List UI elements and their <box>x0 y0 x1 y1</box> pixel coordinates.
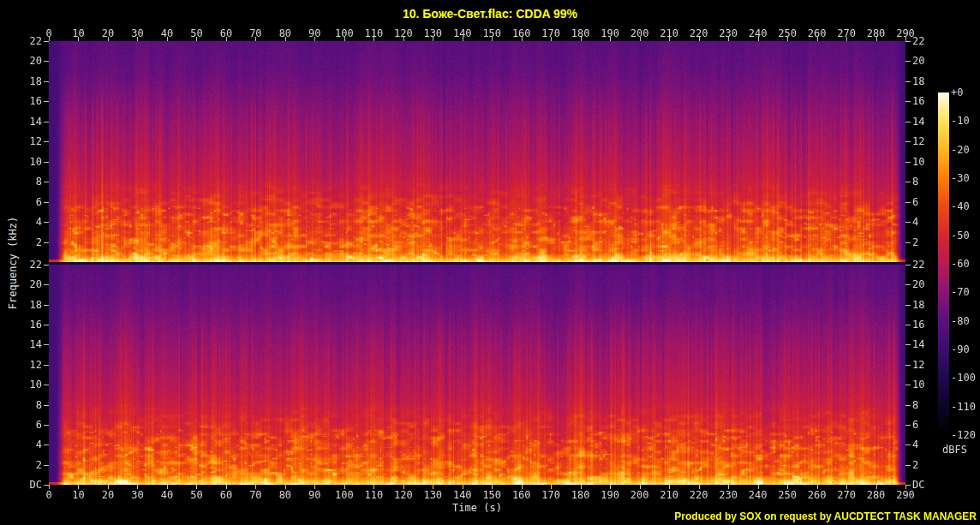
colorbar-tick-label: -10 <box>951 116 970 126</box>
freq-tick-label-right: 4 <box>912 217 918 227</box>
colorbar-tick-label: -100 <box>951 373 976 383</box>
freq-tick-label-right: 22 <box>912 260 924 270</box>
freq-tick-label-right: 20 <box>912 56 924 66</box>
freq-tick-label-right: 12 <box>912 360 924 370</box>
freq-tick-label-right: 6 <box>912 197 918 207</box>
freq-tick-label-left: 2 <box>36 460 42 470</box>
freq-tick-label-left: 4 <box>36 217 42 227</box>
freq-tick-label-left: 12 <box>30 136 42 146</box>
freq-tick-label-left: 20 <box>30 56 42 66</box>
freq-tick-label-right: 8 <box>912 400 918 410</box>
freq-tick-label-left: 4 <box>36 439 42 450</box>
freq-tick-label-right: 18 <box>912 300 924 310</box>
x-tick-label-bottom: 290 <box>888 490 923 500</box>
freq-tick-label-right: DC <box>912 480 924 490</box>
freq-tick-label-left: 6 <box>36 197 42 207</box>
y-axis-label: Frequency (kHz) <box>8 217 19 309</box>
freq-tick-label-right: 16 <box>912 96 924 106</box>
freq-tick-label-left: 8 <box>36 176 42 187</box>
freq-tick-label-left: 14 <box>30 116 42 127</box>
freq-tick-label-right: 10 <box>912 379 924 390</box>
freq-tick-label-right: 2 <box>912 460 918 470</box>
freq-tick-label-right: 14 <box>912 116 924 127</box>
freq-tick-label-left: 6 <box>36 420 42 430</box>
freq-tick-label-left: 16 <box>30 96 42 106</box>
freq-tick-label-right: 6 <box>912 420 918 430</box>
colorbar-tick-label: -40 <box>951 201 970 212</box>
freq-tick-label-right: 4 <box>912 439 918 450</box>
colorbar-tick-label: -30 <box>951 173 970 183</box>
freq-tick-label-right: 14 <box>912 339 924 349</box>
colorbar-tick-label: -20 <box>951 145 970 155</box>
freq-tick-label-right: 20 <box>912 279 924 289</box>
colorbar-unit-label: dBFS <box>942 444 967 456</box>
freq-tick-label-left: 10 <box>30 379 42 390</box>
colorbar-tick-label: -120 <box>951 430 976 440</box>
colorbar-tick-label: -80 <box>951 316 970 326</box>
colorbar-gradient <box>938 92 949 435</box>
freq-tick-label-left: 12 <box>30 360 42 370</box>
freq-tick-label-right: 18 <box>912 76 924 87</box>
freq-tick-label-left: 2 <box>36 237 42 248</box>
colorbar-tick-label: +0 <box>951 87 963 98</box>
freq-tick-label-left: DC <box>30 480 42 490</box>
freq-tick-label-left: 20 <box>30 279 42 289</box>
freq-tick-label-right: 16 <box>912 319 924 330</box>
sox-spectrogram-window: 10. Боже-Свет.flac: CDDA 99% Frequency (… <box>0 0 980 525</box>
freq-tick-label-right: 12 <box>912 136 924 146</box>
spectrogram-channel-1 <box>49 41 905 262</box>
freq-tick-label-right: 22 <box>912 36 924 46</box>
colorbar-tick-label: -110 <box>951 402 976 412</box>
freq-tick-label-left: 16 <box>30 319 42 330</box>
spectrogram-channel-2 <box>49 265 905 485</box>
freq-tick-label-left: 18 <box>30 76 42 87</box>
freq-tick-label-left: 18 <box>30 300 42 310</box>
freq-tick-label-right: 2 <box>912 237 918 248</box>
freq-tick-label-right: 8 <box>912 176 918 187</box>
freq-tick-label-left: 8 <box>36 400 42 410</box>
colorbar-tick-label: -50 <box>951 230 970 241</box>
freq-tick-label-left: 22 <box>30 260 42 270</box>
freq-tick-label-left: 14 <box>30 339 42 349</box>
freq-tick-label-left: 22 <box>30 36 42 46</box>
freq-tick-label-right: 10 <box>912 157 924 167</box>
colorbar-tick-label: -60 <box>951 259 970 269</box>
credit-text: Produced by SOX on request by AUCDTECT T… <box>674 510 977 522</box>
page-title: 10. Боже-Свет.flac: CDDA 99% <box>0 7 980 21</box>
freq-tick-label-left: 10 <box>30 157 42 167</box>
colorbar-tick-label: -90 <box>951 344 970 355</box>
colorbar-tick-label: -70 <box>951 287 970 297</box>
